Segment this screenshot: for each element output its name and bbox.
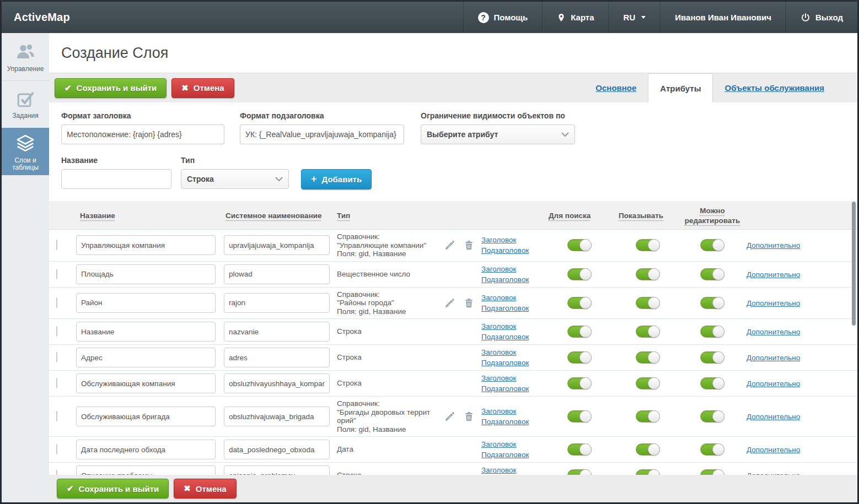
show-toggle[interactable] [636,239,660,251]
delete-attribute-icon[interactable] [464,411,474,422]
edit-toggle[interactable] [700,469,724,475]
title-link[interactable]: Заголовок [481,265,544,273]
row-checkbox[interactable] [56,352,57,362]
attr-sysname-input[interactable] [224,235,330,255]
attr-sysname-input[interactable] [224,465,330,475]
attr-name-input[interactable] [76,348,216,367]
title-link[interactable]: Заголовок [481,407,544,415]
row-checkbox[interactable] [56,411,57,421]
search-toggle[interactable] [567,297,592,309]
attr-name-input[interactable] [76,407,216,426]
edit-toggle[interactable] [700,268,724,280]
attr-sysname-input[interactable] [224,407,330,426]
delete-attribute-icon[interactable] [464,240,474,251]
more-link[interactable]: Дополнительно [747,241,800,250]
attr-name-input[interactable] [76,373,216,393]
title-link[interactable]: Заголовок [481,466,544,474]
more-link[interactable]: Дополнительно [747,354,800,362]
user-menu-item[interactable]: Иванов Иван Иванович [660,2,786,33]
row-checkbox[interactable] [56,470,57,475]
edit-toggle[interactable] [700,326,724,338]
attr-name-input[interactable] [76,322,216,342]
subtitle-link[interactable]: Подзаголовок [481,359,544,367]
attr-name-input[interactable] [76,264,216,284]
subtitle-link[interactable]: Подзаголовок [481,451,544,459]
more-link[interactable]: Дополнительно [747,413,800,421]
attr-sysname-input[interactable] [224,293,330,313]
cancel-button[interactable]: ✖ Отмена [171,78,234,98]
row-checkbox[interactable] [56,269,57,279]
sidebar-item-tasks[interactable]: Задания [2,80,49,128]
edit-toggle[interactable] [700,239,724,251]
edit-reference-icon[interactable] [444,240,455,251]
logout-menu-item[interactable]: Выход [786,2,857,33]
attr-name-input[interactable] [76,235,216,255]
search-toggle[interactable] [567,443,592,456]
subtitle-link[interactable]: Подзаголовок [481,418,544,426]
language-selector[interactable]: RU [609,2,661,33]
row-checkbox[interactable] [56,378,57,388]
row-checkbox[interactable] [56,444,57,454]
sidebar-item-layers[interactable]: Слои и таблицы [2,128,49,175]
visibility-attribute-select[interactable]: Выберите атрибут [421,124,575,144]
map-menu-item[interactable]: Карта [542,2,608,33]
attr-sysname-input[interactable] [224,373,330,393]
subtitle-link[interactable]: Подзаголовок [481,275,544,284]
title-link[interactable]: Заголовок [481,348,544,356]
title-format-input[interactable] [61,124,224,144]
more-link[interactable]: Дополнительно [747,472,800,475]
search-toggle[interactable] [567,239,592,251]
show-toggle[interactable] [636,351,660,364]
show-toggle[interactable] [636,297,660,309]
title-link[interactable]: Заголовок [481,294,544,302]
subtitle-link[interactable]: Подзаголовок [481,304,544,312]
edit-toggle[interactable] [700,297,724,309]
subtitle-link[interactable]: Подзаголовок [481,333,544,341]
show-toggle[interactable] [636,268,660,280]
tab-service-objects[interactable]: Объекты обслуживания [713,73,836,102]
title-link[interactable]: Заголовок [481,374,544,382]
show-toggle[interactable] [636,377,660,389]
attr-sysname-input[interactable] [224,322,330,342]
subtitle-link[interactable]: Подзаголовок [481,246,544,254]
edit-toggle[interactable] [700,377,724,389]
tab-general[interactable]: Основное [584,73,648,102]
subtitle-link[interactable]: Подзаголовок [481,384,544,393]
add-attribute-button[interactable]: + Добавить [301,169,372,189]
search-toggle[interactable] [567,326,592,338]
edit-reference-icon[interactable] [444,411,455,422]
row-checkbox[interactable] [56,326,57,337]
edit-toggle[interactable] [700,443,724,456]
title-link[interactable]: Заголовок [481,440,544,448]
show-toggle[interactable] [636,410,660,422]
search-toggle[interactable] [567,410,592,422]
cancel-button-bottom[interactable]: ✖ Отмена [174,479,236,498]
row-checkbox[interactable] [56,297,57,308]
save-button-bottom[interactable]: ✔ Сохранить и выйти [57,479,169,498]
more-link[interactable]: Дополнительно [747,328,800,336]
save-button[interactable]: ✔ Сохранить и выйти [55,78,167,98]
title-link[interactable]: Заголовок [481,322,544,330]
scrollbar-thumb[interactable] [852,202,856,326]
more-link[interactable]: Дополнительно [747,270,800,279]
more-link[interactable]: Дополнительно [747,380,800,388]
attr-sysname-input[interactable] [224,348,330,367]
attr-name-input[interactable] [76,440,216,459]
delete-attribute-icon[interactable] [464,297,474,308]
help-menu-item[interactable]: ? Помощь [463,2,543,33]
row-checkbox[interactable] [56,240,57,250]
new-attr-name-input[interactable] [61,169,171,189]
show-toggle[interactable] [636,326,660,338]
show-toggle[interactable] [636,469,660,475]
search-toggle[interactable] [567,469,592,475]
subtitle-format-input[interactable] [240,124,404,144]
show-toggle[interactable] [636,443,660,456]
search-toggle[interactable] [567,268,592,280]
more-link[interactable]: Дополнительно [747,299,800,307]
attr-sysname-input[interactable] [224,440,330,459]
search-toggle[interactable] [567,377,592,389]
attr-name-input[interactable] [76,293,216,313]
tab-attributes[interactable]: Атрибуты [648,73,713,102]
edit-toggle[interactable] [700,410,724,422]
attr-sysname-input[interactable] [224,264,330,284]
